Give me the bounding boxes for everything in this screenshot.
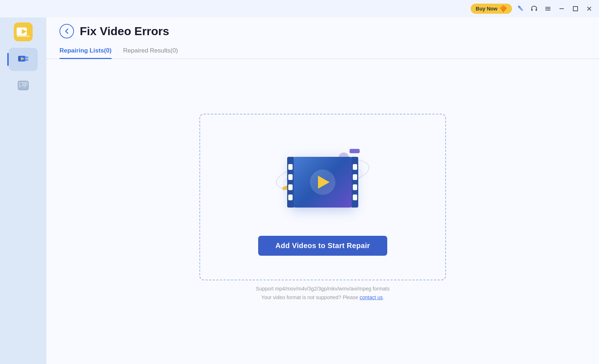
buy-now-label: Buy Now <box>476 6 497 12</box>
minimize-button[interactable] <box>558 5 566 13</box>
tab-repairing-lists[interactable]: Repairing Lists(0) <box>59 44 112 59</box>
film-strip-right <box>352 157 358 208</box>
contact-us-link[interactable]: contact us <box>360 294 383 300</box>
add-videos-button[interactable]: Add Videos to Start Repair <box>258 236 388 256</box>
app-body: Fix Video Errors Repairing Lists(0) Repa… <box>0 17 599 364</box>
svg-rect-1 <box>536 9 537 11</box>
footer-line1: Support mp4/mov/m4v/3g2/3gp/mkv/wmv/avi/… <box>256 285 390 293</box>
app-logo <box>13 22 33 42</box>
page-header: Fix Video Errors <box>46 17 599 38</box>
headset-icon[interactable] <box>530 5 538 13</box>
footer-text: Support mp4/mov/m4v/3g2/3gp/mkv/wmv/avi/… <box>256 280 390 309</box>
svg-rect-16 <box>25 57 28 58</box>
video-illustration <box>272 139 373 226</box>
sidebar <box>0 17 46 364</box>
svg-rect-6 <box>573 7 578 11</box>
sidebar-item-video-repair[interactable] <box>9 48 38 71</box>
titlebar-icons <box>516 5 593 13</box>
footer-line2-suffix: . <box>383 294 384 300</box>
play-triangle <box>318 176 330 189</box>
svg-rect-17 <box>25 59 28 61</box>
svg-point-20 <box>20 83 22 85</box>
diamond-icon <box>500 5 507 12</box>
play-button-circle <box>310 170 335 195</box>
back-button[interactable] <box>59 24 74 38</box>
sidebar-item-photo-repair[interactable] <box>9 74 38 97</box>
footer-line2: Your video format is not supported? Plea… <box>256 293 390 302</box>
footer-line2-prefix: Your video format is not supported? Plea… <box>261 294 360 300</box>
page-title: Fix Video Errors <box>80 25 169 38</box>
content-area: Fix Video Errors Repairing Lists(0) Repa… <box>46 17 599 364</box>
film-strip-left <box>287 157 294 208</box>
tab-repaired-results[interactable]: Repaired Results(0) <box>123 44 178 59</box>
maximize-button[interactable] <box>571 5 579 13</box>
menu-icon[interactable] <box>544 5 552 13</box>
close-button[interactable] <box>585 5 593 13</box>
accent-purple <box>350 149 360 153</box>
drop-zone-container: Add Videos to Start Repair Support mp4/m… <box>46 59 599 364</box>
drop-zone[interactable]: Add Videos to Start Repair <box>199 114 446 280</box>
svg-rect-0 <box>531 9 533 11</box>
svg-rect-12 <box>17 35 30 37</box>
settings-icon[interactable] <box>516 5 524 13</box>
buy-now-button[interactable]: Buy Now <box>471 4 512 14</box>
tabs: Repairing Lists(0) Repaired Results(0) <box>46 38 599 59</box>
svg-rect-14 <box>18 56 20 61</box>
film-card <box>290 157 355 208</box>
title-bar: Buy Now <box>0 0 599 17</box>
